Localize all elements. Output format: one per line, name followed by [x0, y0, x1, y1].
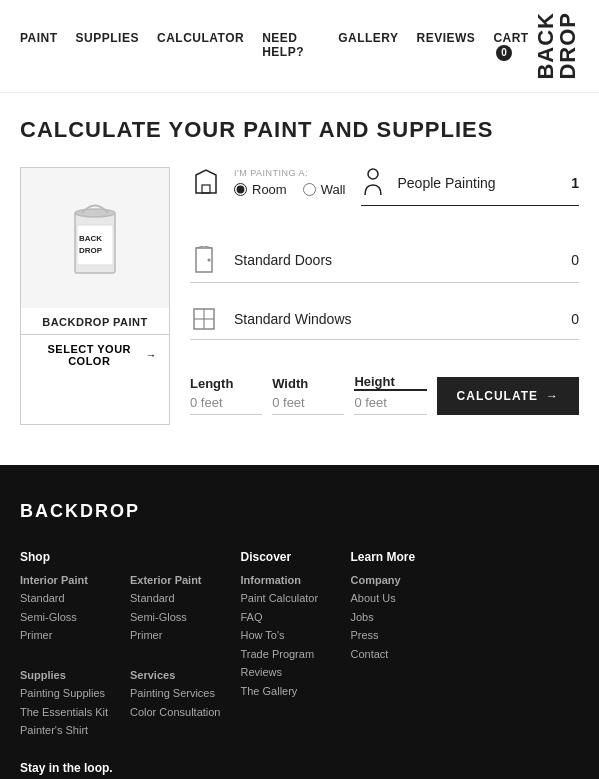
doors-label: Standard Doors: [234, 252, 555, 268]
footer-info-heading: Information: [241, 572, 331, 589]
person-icon: [361, 167, 385, 199]
navbar: PAINT SUPPLIES CALCULATOR NEED HELP? GAL…: [0, 0, 599, 93]
nav-supplies[interactable]: SUPPLIES: [76, 31, 139, 61]
footer-columns: Shop Interior Paint Standard Semi-Gloss …: [20, 550, 579, 779]
cart-badge: 0: [496, 45, 512, 61]
height-field: Height 0 feet: [354, 374, 426, 415]
footer-col-exterior: _ Exterior Paint Standard Semi-Gloss Pri…: [130, 550, 221, 741]
windows-label: Standard Windows: [234, 311, 555, 327]
width-field: Width 0 feet: [272, 376, 344, 415]
footer-about-us[interactable]: About Us: [351, 590, 441, 607]
footer-discover-heading: Discover: [241, 550, 331, 564]
paint-can-svg: BACK DROP: [60, 183, 130, 293]
nav-need-help[interactable]: NEED HELP?: [262, 31, 320, 61]
window-icon-wrap: [190, 307, 218, 331]
footer: BACKDROP Shop Interior Paint Standard Se…: [0, 465, 599, 779]
footer-learn-heading: Learn More: [351, 550, 441, 564]
footer-interior-semi-gloss[interactable]: Semi-Gloss: [20, 609, 110, 626]
dimensions-section: Length 0 feet Width 0 feet Height 0 feet…: [190, 374, 579, 425]
doors-row: Standard Doors 0: [190, 246, 579, 283]
doors-count: 0: [571, 252, 579, 268]
width-value: 0 feet: [272, 395, 344, 410]
length-value: 0 feet: [190, 395, 262, 410]
svg-point-1: [75, 209, 115, 217]
svg-text:BACK: BACK: [79, 234, 102, 243]
paint-can-label: BACKDROP PAINT: [42, 308, 148, 334]
room-icon: [190, 167, 222, 199]
svg-rect-5: [202, 185, 210, 193]
footer-color-consultation[interactable]: Color Consultation: [130, 704, 221, 721]
footer-contact[interactable]: Contact: [351, 646, 441, 663]
nav-links: PAINT SUPPLIES CALCULATOR NEED HELP? GAL…: [20, 31, 535, 61]
paint-can-image: BACK DROP: [21, 168, 169, 308]
footer-reviews[interactable]: Reviews: [241, 664, 331, 681]
door-icon: [193, 246, 215, 274]
people-painting-label: People Painting: [397, 175, 559, 191]
footer-supplies-heading: Supplies: [20, 667, 110, 684]
page-title: CALCULATE YOUR PAINT AND SUPPLIES: [20, 117, 579, 143]
calculate-label: CALCULATE: [457, 389, 538, 403]
footer-exterior-semi-gloss[interactable]: Semi-Gloss: [130, 609, 221, 626]
footer-interior-primer[interactable]: Primer: [20, 627, 110, 644]
calculate-arrow-icon: →: [546, 389, 559, 403]
windows-count: 0: [571, 311, 579, 327]
door-icon-wrap: [190, 246, 218, 274]
select-color-arrow: →: [146, 349, 158, 361]
select-color-button[interactable]: SELECT YOUR COLOR →: [21, 334, 169, 375]
people-painting-row: People Painting 1: [361, 167, 579, 206]
painting-type-label: I'M PAINTING A:: [234, 168, 345, 178]
footer-paint-calculator[interactable]: Paint Calculator: [241, 590, 331, 607]
footer-shop-heading: Shop: [20, 550, 110, 564]
people-painting-count: 1: [571, 175, 579, 191]
footer-painting-services[interactable]: Painting Services: [130, 685, 221, 702]
nav-paint[interactable]: PAINT: [20, 31, 58, 61]
footer-interior-heading: Interior Paint: [20, 572, 110, 589]
width-label: Width: [272, 376, 344, 391]
footer-col-stay: Stay in the loop. Subscribe ◌ ◇ ◉ ▮ ✓: [20, 761, 579, 779]
footer-col-discover: Discover Information Paint Calculator FA…: [241, 550, 331, 741]
footer-exterior-primer[interactable]: Primer: [130, 627, 221, 644]
select-color-text: SELECT YOUR COLOR: [33, 343, 146, 367]
length-field: Length 0 feet: [190, 376, 262, 415]
footer-jobs[interactable]: Jobs: [351, 609, 441, 626]
footer-how-tos[interactable]: How To's: [241, 627, 331, 644]
right-panel: I'M PAINTING A: Room Wall: [190, 167, 579, 425]
height-label: Height: [354, 374, 426, 391]
footer-press[interactable]: Press: [351, 627, 441, 644]
footer-logo: BACKDROP: [20, 501, 579, 522]
svg-point-8: [208, 258, 211, 261]
radio-wall[interactable]: Wall: [303, 182, 346, 197]
svg-point-6: [368, 169, 378, 179]
footer-col-learn: Learn More Company About Us Jobs Press C…: [351, 550, 441, 741]
length-label: Length: [190, 376, 262, 391]
paint-can-box: BACK DROP BACKDROP PAINT SELECT YOUR COL…: [20, 167, 170, 425]
painting-type-section: I'M PAINTING A: Room Wall: [190, 167, 345, 199]
nav-gallery[interactable]: GALLERY: [338, 31, 398, 61]
svg-rect-2: [77, 225, 113, 265]
radio-room[interactable]: Room: [234, 182, 287, 197]
footer-essentials-kit[interactable]: The Essentials Kit: [20, 704, 110, 721]
painting-type-options: Room Wall: [234, 182, 345, 197]
window-icon: [192, 307, 216, 331]
height-value: 0 feet: [354, 395, 426, 410]
footer-interior-standard[interactable]: Standard: [20, 590, 110, 607]
nav-cart[interactable]: CART 0: [493, 31, 535, 61]
footer-painting-supplies[interactable]: Painting Supplies: [20, 685, 110, 702]
footer-exterior-heading: Exterior Paint: [130, 572, 221, 589]
nav-logo: BACKDROP: [535, 12, 579, 80]
calculator-area: BACK DROP BACKDROP PAINT SELECT YOUR COL…: [20, 167, 579, 425]
footer-exterior-standard[interactable]: Standard: [130, 590, 221, 607]
footer-services-heading: Services: [130, 667, 221, 684]
footer-company-heading: Company: [351, 572, 441, 589]
footer-trade-program[interactable]: Trade Program: [241, 646, 331, 663]
svg-text:DROP: DROP: [79, 246, 103, 255]
main-content: CALCULATE YOUR PAINT AND SUPPLIES BACK D…: [0, 93, 599, 425]
footer-stay-heading: Stay in the loop.: [20, 761, 579, 775]
windows-row: Standard Windows 0: [190, 307, 579, 340]
footer-painters-shirt[interactable]: Painter's Shirt: [20, 722, 110, 739]
footer-gallery[interactable]: The Gallery: [241, 683, 331, 700]
nav-calculator[interactable]: CALCULATOR: [157, 31, 244, 61]
footer-faq[interactable]: FAQ: [241, 609, 331, 626]
nav-reviews[interactable]: REVIEWS: [417, 31, 476, 61]
calculate-button[interactable]: CALCULATE →: [437, 377, 579, 415]
